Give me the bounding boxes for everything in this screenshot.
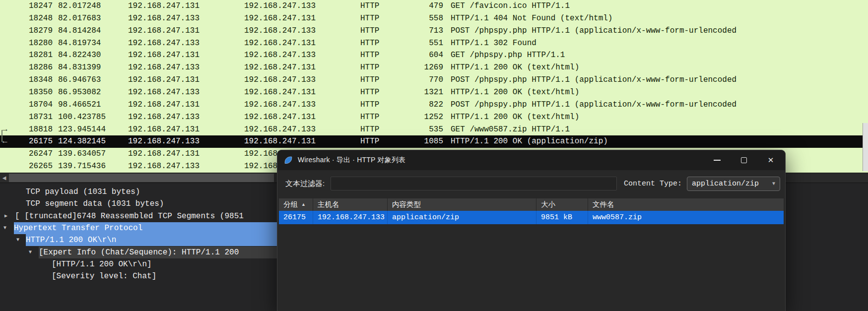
packet-cell-proto: HTTP [360,124,379,136]
packet-cell-proto: HTTP [360,74,379,86]
expand-caret-icon[interactable]: ▼ [3,222,6,234]
close-icon: ✕ [768,156,774,165]
packet-cell-no: 18279 [18,25,53,37]
content-type-label: Content Type: [624,180,682,188]
packet-cell-proto: HTTP [360,12,379,25]
packet-cell-dst: 192.168.247.133 [244,25,316,37]
detail-tree-text: TCP segment data (1031 bytes) [26,198,164,210]
packet-cell-time: 82.017683 [58,12,101,25]
packet-cell-time: 139.634057 [58,148,106,160]
packet-cell-no: 18286 [18,62,53,74]
expand-caret-icon[interactable]: ▶ [4,210,7,222]
packet-cell-info: POST /phpspy.php HTTP/1.1 (application/x… [451,74,736,86]
content-type-value: application/zip [692,180,759,188]
related-packet-arrow-icon: → [2,124,7,136]
packet-cell-time: 84.814284 [58,25,101,37]
text-filter-label: 文本过滤器: [285,179,325,188]
packet-cell-proto: HTTP [360,62,379,74]
dialog-title: Wireshark · 导出 · HTTP 对象列表 [298,156,405,165]
packet-cell-time: 123.945144 [58,124,106,136]
object-table-header-2[interactable]: 内容类型 [388,198,536,211]
expand-caret-icon[interactable]: ▼ [29,247,32,258]
http-object-table: 分组▲主机名内容类型大小文件名 26175192.168.247.133appl… [279,198,784,224]
packet-row[interactable]: →18818123.945144192.168.247.131192.168.2… [0,124,868,136]
packet-cell-src: 192.168.247.133 [128,12,200,25]
packet-cell-time: 82.017248 [58,0,101,12]
packet-cell-len: 1252 [395,111,443,124]
packet-cell-src: 192.168.247.131 [128,49,200,62]
packet-cell-dst: 192.168.247.131 [244,37,316,50]
packet-cell-info: POST /phpspy.php HTTP/1.1 (application/x… [451,99,736,111]
detail-tree-text: TCP payload (1031 bytes) [26,186,140,198]
packet-cell-len: 1085 [395,135,443,148]
packet-row[interactable]: 1835086.953082192.168.247.133192.168.247… [0,86,868,99]
packet-cell-len: 558 [395,12,443,25]
detail-tree-text: [Severity level: Chat] [52,270,156,282]
packet-cell-info: HTTP/1.1 200 OK (application/zip) [451,135,608,148]
packet-cell-len: 479 [395,0,443,12]
packet-cell-no: 18248 [18,12,53,25]
sort-ascending-icon: ▲ [301,198,306,211]
minimize-icon [714,160,721,161]
wireshark-window: 1824782.017248192.168.247.131192.168.247… [0,0,868,311]
dialog-filter-row: 文本过滤器: Content Type: application/zip ▼ [277,170,785,197]
packet-cell-no: 26265 [18,160,53,173]
packet-row[interactable]: 1824782.017248192.168.247.131192.168.247… [0,0,868,12]
object-table-header-0[interactable]: 分组▲ [279,198,313,211]
packet-cell-proto: HTTP [360,99,379,111]
packet-row[interactable]: 1827984.814284192.168.247.131192.168.247… [0,25,868,37]
packet-cell-time: 84.831399 [58,62,101,74]
object-table-cell: 192.168.247.133 [313,211,388,224]
packet-row[interactable]: 1824882.017683192.168.247.133192.168.247… [0,12,868,25]
maximize-button[interactable] [731,150,757,170]
packet-cell-dst: 192.168.247.133 [244,49,316,62]
object-table-header-4[interactable]: 文件名 [588,198,784,211]
detail-tree-text: [HTTP/1.1 200 OK\r\n] [52,258,152,270]
packet-row[interactable]: 1828184.822430192.168.247.131192.168.247… [0,49,868,62]
packet-cell-time: 86.946763 [58,74,101,86]
object-table-row[interactable]: 26175192.168.247.133application/zip9851 … [279,211,784,224]
content-type-dropdown[interactable]: application/zip ▼ [687,177,780,191]
packet-cell-proto: HTTP [360,111,379,124]
packet-cell-src: 192.168.247.133 [128,135,200,148]
packet-cell-len: 822 [395,99,443,111]
export-http-object-list-dialog: Wireshark · 导出 · HTTP 对象列表 ✕ 文本过滤器: Cont… [277,150,786,311]
object-table-header-1[interactable]: 主机名 [313,198,388,211]
window-controls: ✕ [704,150,784,170]
packet-cell-proto: HTTP [360,49,379,62]
packet-row[interactable]: 1870498.466521192.168.247.131192.168.247… [0,99,868,111]
packet-cell-info: HTTP/1.1 404 Not Found (text/html) [451,12,612,25]
dialog-titlebar[interactable]: Wireshark · 导出 · HTTP 对象列表 ✕ [277,150,785,170]
detail-tree-text: HTTP/1.1 200 OK\r\n [26,234,277,246]
packet-cell-dst: 192.168.247.131 [244,111,316,124]
packet-cell-dst: 192.168.247.131 [244,12,316,25]
packet-row[interactable]: 18731100.423785192.168.247.133192.168.24… [0,111,868,124]
hscrollbar-thumb[interactable] [9,174,274,182]
packet-cell-src: 192.168.247.133 [128,62,200,74]
packet-cell-proto: HTTP [360,86,379,99]
packet-row[interactable]: 1828684.831399192.168.247.133192.168.247… [0,62,868,74]
expand-caret-icon[interactable]: ▼ [16,234,19,246]
packet-cell-time: 139.715436 [58,160,106,173]
packet-cell-no: 18350 [18,86,53,99]
packet-list-pane[interactable]: 1824782.017248192.168.247.131192.168.247… [0,0,868,173]
packet-cell-dst: 192.168.247.133 [244,0,316,12]
packet-row[interactable]: ←26175124.382145192.168.247.133192.168.2… [0,135,868,148]
packet-row[interactable]: 1828084.819734192.168.247.133192.168.247… [0,37,868,50]
packet-cell-proto: HTTP [360,37,379,50]
minimize-button[interactable] [704,150,731,170]
packet-cell-info: GET /www0587.zip HTTP/1.1 [451,124,570,136]
object-table-header-3[interactable]: 大小 [536,198,588,211]
object-table-header: 分组▲主机名内容类型大小文件名 [279,198,784,211]
packet-cell-info: HTTP/1.1 302 Found [451,37,536,50]
packet-cell-src: 192.168.247.133 [128,160,200,173]
packet-row[interactable]: 1834886.946763192.168.247.131192.168.247… [0,74,868,86]
packet-list-vscrollbar-thumb[interactable] [863,123,868,171]
packet-cell-src: 192.168.247.131 [128,74,200,86]
close-button[interactable]: ✕ [757,150,784,170]
scroll-left-arrow-icon[interactable]: ◀ [0,173,8,183]
packet-cell-dst: 192.168.247.133 [244,124,316,136]
packet-cell-info: HTTP/1.1 200 OK (text/html) [451,62,579,74]
packet-cell-dst: 192.168.247.131 [244,62,316,74]
text-filter-input[interactable] [331,177,617,190]
